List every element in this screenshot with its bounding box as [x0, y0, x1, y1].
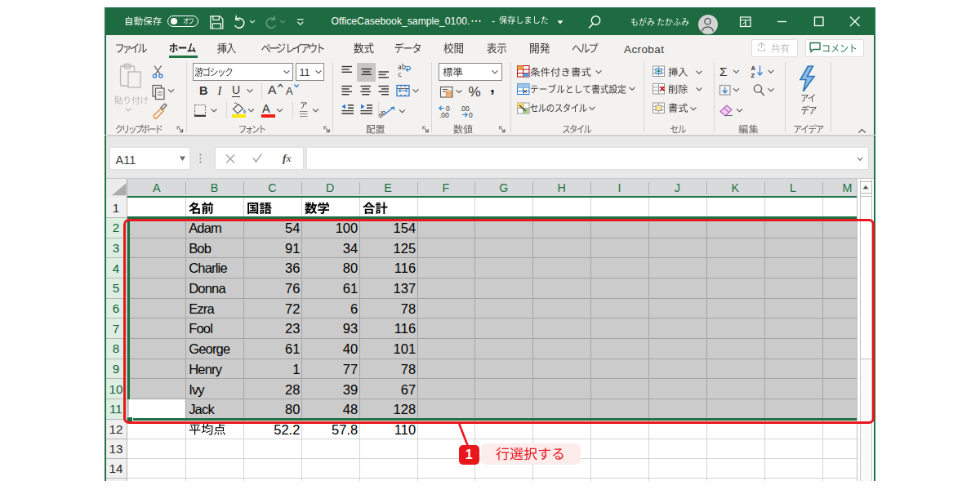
svg-text:.00: .00	[439, 111, 449, 119]
svg-text:A: A	[751, 65, 756, 72]
svg-text:Z: Z	[751, 72, 755, 79]
svg-text:0: 0	[469, 111, 473, 119]
